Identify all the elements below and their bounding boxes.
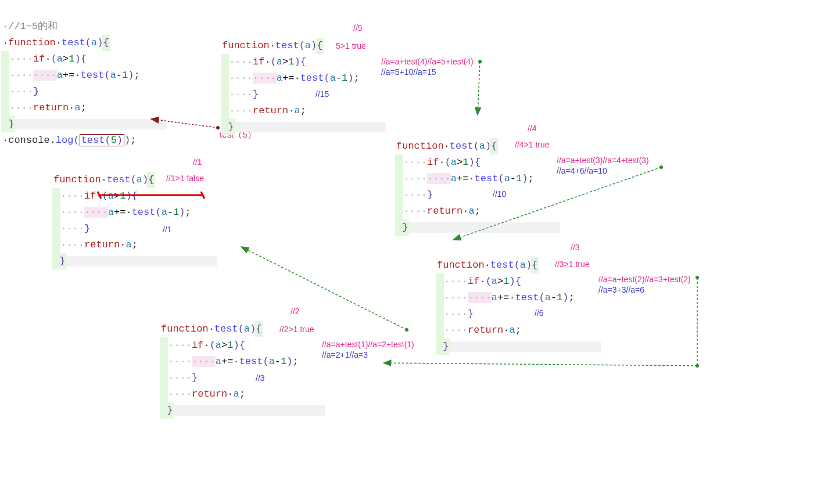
ann-b2-ret: //3 <box>256 373 265 383</box>
ann-b5-expr2: //a=5+10//a=15 <box>381 67 436 77</box>
ann-b4-cond: //4>1 true <box>515 139 550 150</box>
ann-b1-cond: //1>1 false <box>166 173 204 183</box>
ann-b4-expr: //a=a+test(3)//a=4+test(3) <box>557 155 649 165</box>
svg-line-11 <box>383 363 697 366</box>
main-code-block: ·function·test(a){ ····if·(a>1){ ·······… <box>2 19 166 149</box>
svg-point-4 <box>478 60 482 63</box>
test5-call-box: test(5) <box>80 134 124 146</box>
diagram-canvas: { "title_comment": "·//1~5的和", "main_blo… <box>0 0 839 504</box>
ann-b4-ret: //10 <box>493 189 506 199</box>
ann-b5-expr: //a=a+test(4)//a=5+test(4) <box>381 56 474 67</box>
svg-point-8 <box>695 276 699 279</box>
ann-b4-n: //4 <box>528 123 537 134</box>
svg-point-12 <box>405 328 408 332</box>
ann-b3-expr: //a=a+test(2)//a=3+test(2) <box>598 274 691 285</box>
svg-point-10 <box>695 364 699 368</box>
svg-line-5 <box>478 62 480 115</box>
ann-b2-expr2: //a=2+1//a=3 <box>322 350 368 360</box>
ann-b5-cond: 5>1 true <box>336 41 366 51</box>
ann-b3-cond: //3>1 true <box>555 259 590 269</box>
svg-point-6 <box>659 165 663 169</box>
ann-b1-n: //1 <box>193 157 202 167</box>
ann-b4-expr2: //a=4+6//a=10 <box>557 165 607 176</box>
code-block-2: function·test(a){ ····if·(a>1){ ········… <box>161 305 325 419</box>
code-block-5: function·test(a){ ····if·(a>1){ ········… <box>222 21 386 135</box>
ann-b5-n: //5 <box>353 23 363 33</box>
ann-b3-ret: //6 <box>535 308 544 318</box>
ann-b5-ret: //15 <box>315 89 329 99</box>
code-block-3: function·test(a){ ····if·(a>1){ ········… <box>437 241 601 355</box>
ann-b2-cond: //2>1 true <box>279 324 314 334</box>
ann-b3-n: //3 <box>571 242 580 253</box>
ann-b2-expr: //a=a+test(1)//a=2+test(1) <box>322 339 414 350</box>
ann-b1-ret: //1 <box>163 224 172 235</box>
ann-b3-expr2: //a=3+3//a=6 <box>598 285 644 295</box>
ann-b2-n: //2 <box>291 306 300 316</box>
